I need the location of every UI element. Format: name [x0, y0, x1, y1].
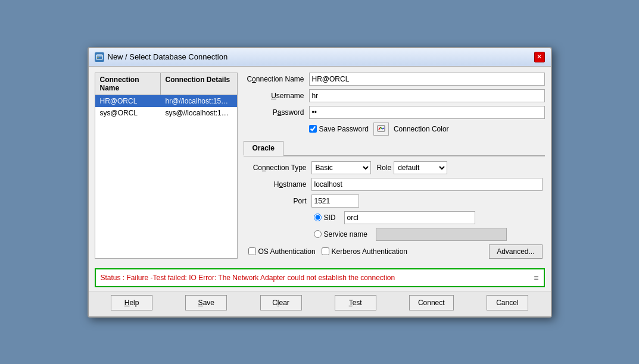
save-password-row: Save Password Connection Color	[309, 123, 545, 136]
col-header-details: Connection Details	[161, 73, 237, 95]
tab-oracle[interactable]: Oracle	[244, 141, 283, 156]
connection-list-panel: Connection Name Connection Details HR@OR…	[95, 73, 238, 259]
username-row: Username	[244, 89, 545, 102]
kerberos-auth-checkbox[interactable]	[322, 247, 329, 255]
hostname-label: Hostname	[246, 180, 311, 189]
connection-row[interactable]: sys@ORCL sys@//localhost:1521/orcl	[95, 107, 237, 119]
connection-color-button[interactable]	[373, 123, 389, 136]
connection-row[interactable]: HR@ORCL hr@//localhost:1521/orcl	[95, 95, 237, 107]
service-name-row: Service name	[314, 228, 543, 241]
save-password-checkbox[interactable]	[309, 125, 317, 133]
port-row: Port	[246, 194, 543, 208]
test-button[interactable]: Test	[335, 295, 376, 310]
connection-color-label: Connection Color	[394, 125, 449, 133]
svg-line-6	[382, 128, 384, 129]
connection-name-cell: HR@ORCL	[95, 95, 161, 107]
connection-details-cell: hr@//localhost:1521/orcl	[161, 95, 237, 107]
password-label: Password	[244, 108, 309, 117]
password-row: Password	[244, 106, 545, 119]
port-input[interactable]	[311, 194, 359, 208]
cancel-button[interactable]: Cancel	[487, 295, 528, 310]
conn-type-row: Connection Type Basic Role default	[246, 161, 543, 174]
title-bar: New / Select Database Connection ✕	[89, 48, 551, 67]
kerberos-auth-label[interactable]: Kerberos Authentication	[322, 247, 407, 256]
svg-line-5	[381, 127, 382, 129]
sid-row: SID	[314, 211, 543, 224]
connection-name-label: Connection Name	[244, 75, 309, 83]
username-input[interactable]	[309, 89, 545, 102]
password-input[interactable]	[309, 106, 545, 119]
connection-details-cell: sys@//localhost:1521/orcl	[161, 107, 237, 119]
col-header-name: Connection Name	[95, 73, 161, 95]
clear-button[interactable]: Clear	[260, 295, 302, 310]
dialog-title: New / Select Database Connection	[108, 52, 228, 61]
advanced-button[interactable]: Advanced...	[489, 244, 542, 259]
title-bar-left: New / Select Database Connection	[95, 52, 228, 62]
role-label: Role	[377, 164, 392, 172]
username-label: Username	[244, 92, 309, 100]
bottom-bar: Help Save Clear Test Connect Cancel	[89, 291, 551, 316]
tab-bar: Oracle	[244, 140, 545, 156]
dialog-body: Connection Name Connection Details HR@OR…	[89, 67, 551, 265]
connection-name-input[interactable]	[309, 73, 545, 86]
role-select[interactable]: default	[394, 161, 447, 174]
status-bar: Status : Failure -Test failed: IO Error:…	[95, 268, 545, 287]
main-dialog: New / Select Database Connection ✕ Conne…	[88, 47, 552, 318]
help-button[interactable]: Help	[111, 295, 152, 310]
service-name-radio[interactable]	[314, 230, 322, 238]
dialog-icon	[95, 52, 104, 62]
save-password-label[interactable]: Save Password	[309, 125, 369, 133]
conn-type-select[interactable]: Basic	[311, 161, 371, 174]
save-button[interactable]: Save	[185, 295, 227, 310]
hostname-input[interactable]	[311, 178, 543, 191]
connection-form-panel: Connection Name Username Password	[244, 73, 545, 259]
os-auth-checkbox[interactable]	[248, 247, 256, 255]
status-text: Status : Failure -Test failed: IO Error:…	[101, 274, 395, 282]
sid-input[interactable]	[344, 211, 475, 224]
status-icon: ≡	[534, 273, 538, 283]
connection-name-row: Connection Name	[244, 73, 545, 86]
sid-radio[interactable]	[314, 214, 322, 221]
connect-button[interactable]: Connect	[409, 295, 454, 310]
port-label: Port	[246, 197, 311, 205]
connection-table-header: Connection Name Connection Details	[95, 73, 237, 95]
svg-rect-0	[96, 55, 102, 59]
conn-type-label: Connection Type	[246, 164, 311, 172]
auth-row: OS Authentication Kerberos Authenticatio…	[248, 244, 543, 259]
close-button[interactable]: ✕	[534, 52, 545, 62]
svg-point-2	[97, 57, 98, 58]
service-name-input[interactable]	[376, 228, 507, 241]
os-auth-label[interactable]: OS Authentication	[248, 247, 316, 256]
oracle-form: Connection Type Basic Role default Hostn…	[244, 161, 545, 259]
connection-name-cell: sys@ORCL	[95, 107, 161, 119]
service-name-label[interactable]: Service name	[314, 230, 367, 239]
hostname-row: Hostname	[246, 178, 543, 191]
sid-label[interactable]: SID	[314, 214, 336, 222]
